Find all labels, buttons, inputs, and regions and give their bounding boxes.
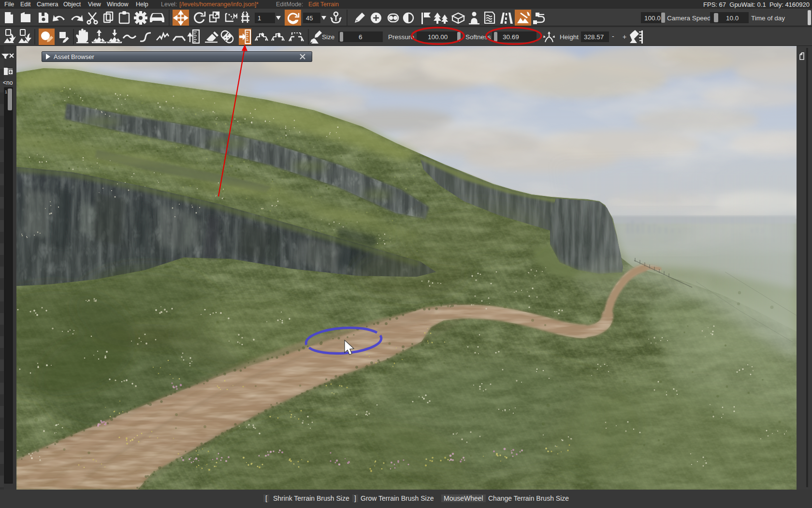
svg-text:6: 6 <box>359 33 362 41</box>
svg-text:Pressure: Pressure <box>388 33 414 41</box>
svg-text:30.69: 30.69 <box>503 33 519 41</box>
svg-text:100.0: 100.0 <box>644 15 661 22</box>
svg-text:<no: <no <box>3 79 13 86</box>
svg-text:+: + <box>623 33 626 41</box>
svg-text:Camera Speed: Camera Speed <box>667 15 711 22</box>
svg-text:Softness: Softness <box>465 33 491 41</box>
svg-text:100.00: 100.00 <box>428 33 448 41</box>
svg-text:45: 45 <box>306 15 313 22</box>
svg-text:-: - <box>612 32 614 40</box>
svg-text:Height: Height <box>560 33 579 41</box>
svg-text:1: 1 <box>5 90 7 94</box>
svg-text:Size: Size <box>322 33 334 41</box>
svg-text:1: 1 <box>258 15 261 22</box>
svg-text:328.57: 328.57 <box>584 33 604 41</box>
svg-text:10.0: 10.0 <box>726 15 739 22</box>
svg-text:Time of day: Time of day <box>751 15 785 22</box>
